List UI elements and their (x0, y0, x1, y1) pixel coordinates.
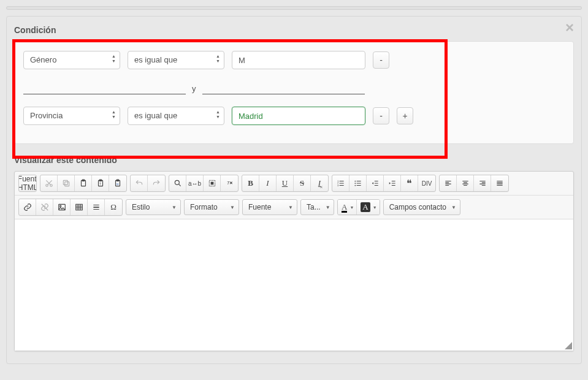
field-select-value: Género (30, 55, 56, 64)
strike-button[interactable]: S (294, 175, 311, 191)
toolbar-group: Fuente HTML (18, 175, 37, 192)
blockquote-button[interactable]: ❝ (401, 175, 418, 191)
image-icon (58, 203, 66, 211)
align-center-button[interactable] (457, 175, 474, 191)
editor-content-area[interactable] (15, 219, 573, 351)
align-center-icon (461, 179, 470, 188)
font-select[interactable]: Fuente ▼ (242, 199, 297, 215)
rich-text-editor: Fuente HTML T W a↔b T B (14, 171, 574, 351)
svg-point-35 (354, 185, 356, 186)
paste-button[interactable] (75, 175, 92, 191)
join-line (202, 94, 365, 94)
undo-icon (135, 179, 143, 188)
unordered-list-icon (354, 179, 362, 188)
align-right-button[interactable] (474, 175, 491, 191)
indent-icon (388, 179, 397, 188)
find-button[interactable] (169, 175, 186, 191)
source-button-label: Fuente HTML (18, 175, 37, 192)
svg-rect-8 (64, 182, 69, 186)
redo-icon (152, 179, 161, 188)
select-all-icon (208, 179, 216, 188)
select-arrows-icon: ▲▼ (216, 110, 220, 120)
outdent-button[interactable] (367, 175, 384, 191)
align-left-button[interactable] (440, 175, 457, 191)
contact-fields-select[interactable]: Campos contacto ▼ (383, 199, 460, 215)
image-button[interactable] (53, 199, 71, 215)
style-select-label: Estilo (132, 203, 150, 211)
source-button[interactable]: Fuente HTML (19, 175, 36, 191)
remove-condition-button[interactable]: - (373, 107, 389, 124)
underline-button[interactable]: U (277, 175, 294, 191)
paste-word-icon: W (113, 179, 122, 188)
replace-button[interactable]: a↔b (186, 175, 204, 191)
table-icon (75, 203, 83, 211)
align-justify-icon (495, 179, 504, 188)
size-select[interactable]: Ta... ▼ (300, 199, 334, 215)
paste-word-button[interactable]: W (109, 175, 126, 191)
remove-format-button[interactable]: T (221, 175, 238, 191)
svg-point-33 (354, 183, 356, 184)
copy-button[interactable] (58, 175, 75, 191)
chevron-down-icon: ▼ (288, 205, 293, 210)
toolbar-group (130, 175, 166, 192)
field-select[interactable]: Género ▲▼ (23, 51, 120, 69)
format-select-label: Formato (190, 203, 218, 211)
link-button[interactable] (19, 199, 36, 215)
operator-select[interactable]: es igual que ▲▼ (128, 107, 224, 125)
link-icon (23, 203, 32, 211)
select-all-button[interactable] (204, 175, 221, 191)
unlink-button[interactable] (36, 199, 53, 215)
field-select-value: Provincia (30, 111, 63, 120)
align-right-icon (478, 179, 487, 188)
unlink-icon (40, 203, 49, 211)
text-color-button[interactable]: A ▼ (338, 200, 356, 215)
bold-button[interactable]: B (242, 175, 259, 191)
svg-text:T: T (227, 181, 230, 185)
bg-color-button[interactable]: A ▼ (356, 200, 379, 215)
field-select[interactable]: Provincia ▲▼ (23, 107, 120, 125)
value-input[interactable] (232, 51, 365, 69)
svg-marker-44 (389, 182, 390, 184)
ordered-list-button[interactable]: 123 (332, 175, 349, 191)
join-label: y (192, 84, 196, 94)
svg-rect-64 (75, 204, 82, 210)
special-char-button[interactable]: Ω (105, 199, 122, 215)
remove-condition-button[interactable]: - (373, 51, 389, 69)
size-select-label: Ta... (307, 203, 321, 211)
chevron-down-icon: ▼ (172, 205, 177, 210)
italic-button[interactable]: I (259, 175, 277, 191)
div-button[interactable]: DIV (418, 175, 435, 191)
bg-color-icon: A (361, 202, 370, 212)
format-select[interactable]: Formato ▼ (184, 199, 239, 215)
hr-button[interactable] (88, 199, 105, 215)
paste-text-button[interactable]: T (92, 175, 109, 191)
redo-button[interactable] (148, 175, 165, 191)
unordered-list-button[interactable] (349, 175, 367, 191)
collapsed-panel (6, 6, 582, 10)
text-color-icon: A (342, 203, 347, 212)
operator-select-value: es igual que (134, 55, 177, 64)
undo-button[interactable] (131, 175, 148, 191)
add-condition-button[interactable]: + (397, 107, 413, 124)
content-title: Visualizar este contenido (14, 155, 574, 165)
align-justify-button[interactable] (491, 175, 508, 191)
chevron-down-icon: ▼ (349, 205, 354, 210)
svg-point-63 (59, 205, 61, 207)
paste-text-icon: T (96, 179, 105, 188)
indent-button[interactable] (384, 175, 401, 191)
svg-rect-9 (63, 180, 67, 184)
copy-icon (62, 179, 71, 188)
close-condition-icon[interactable]: × (565, 20, 574, 35)
table-button[interactable] (71, 199, 88, 215)
value-input[interactable] (232, 107, 365, 125)
resize-handle[interactable] (565, 342, 572, 349)
operator-select[interactable]: es igual que ▲▼ (128, 51, 224, 69)
omega-icon: Ω (110, 202, 116, 212)
svg-point-31 (354, 181, 356, 182)
style-select[interactable]: Estilo ▼ (126, 199, 181, 215)
search-icon (174, 179, 182, 188)
main-panel: × Condición Género ▲▼ es igual que ▲▼ - … (6, 16, 582, 364)
editor-toolbar-row-1: Fuente HTML T W a↔b T B (15, 172, 573, 196)
clear-format-button[interactable]: I× (311, 175, 328, 191)
cut-button[interactable] (40, 175, 58, 191)
